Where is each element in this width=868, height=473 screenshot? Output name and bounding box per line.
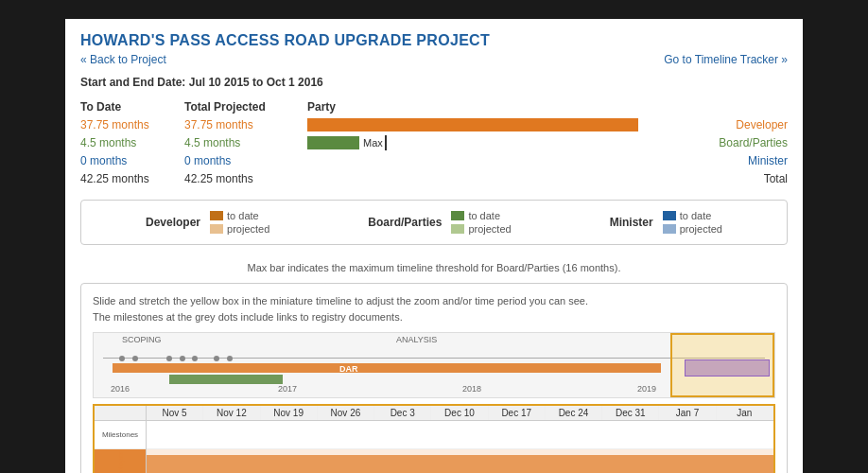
- summary-header: To Date Total Projected Party: [80, 100, 788, 114]
- date-jan7: Jan 7: [659, 406, 716, 420]
- milestone-content-row: [147, 421, 773, 449]
- dot4[interactable]: [180, 356, 185, 361]
- developer-detail-bar: [147, 455, 773, 473]
- legend-developer-todate: to date: [210, 210, 269, 221]
- project-title: HOWARD'S PASS ACCESS ROAD UPGRADE PROJEC…: [80, 32, 788, 49]
- legend-board-name: Board/Parties: [368, 216, 442, 229]
- legend-developer: Developer to date projected: [146, 210, 269, 235]
- legend-minister-projected: projected: [663, 223, 722, 235]
- instruction-line1: Slide and stretch the yellow box in the …: [93, 295, 588, 307]
- dots-group2: [165, 350, 200, 364]
- page-wrapper: HOWARD'S PASS ACCESS ROAD UPGRADE PROJEC…: [0, 0, 868, 473]
- legend-developer-items: to date projected: [210, 210, 269, 235]
- milestones-row-label: Milestones: [102, 430, 138, 439]
- analysis-label: ANALYSIS: [396, 335, 437, 344]
- dot2[interactable]: [132, 356, 138, 361]
- timeline-line: [103, 358, 765, 359]
- summary-row-board: 4.5 months 4.5 months Max Board/Parties: [80, 135, 788, 150]
- date-columns: Nov 5 Nov 12 Nov 19 Nov 26 Dec 3 Dec 10 …: [147, 406, 773, 420]
- legend-wrapper: Developer to date projected: [80, 200, 788, 273]
- todate-board: 4.5 months: [80, 136, 184, 149]
- dot3[interactable]: [166, 356, 172, 361]
- summary-row-minister: 0 months 0 months Minister: [80, 153, 788, 168]
- date-jan: Jan: [717, 406, 773, 420]
- bar-board: Max: [307, 135, 684, 150]
- year-2019: 2019: [637, 384, 656, 394]
- projected-board: 4.5 months: [184, 136, 307, 149]
- header-todate: To Date: [80, 100, 184, 114]
- header-section: HOWARD'S PASS ACCESS ROAD UPGRADE PROJEC…: [65, 19, 803, 473]
- row-label-header: [95, 406, 147, 420]
- legend-board-items: to date projected: [451, 210, 511, 235]
- bar-developer: [307, 117, 684, 132]
- year-2016: 2016: [111, 384, 130, 394]
- developer-bar: [307, 118, 638, 131]
- date-label: Start and End Date:: [80, 76, 185, 89]
- party-developer: Developer: [684, 118, 788, 131]
- developer-todate-swatch: [210, 211, 223, 220]
- dots-group3: [212, 350, 234, 364]
- back-to-project-link[interactable]: « Back to Project: [80, 53, 166, 66]
- bar-minister: [307, 153, 684, 168]
- legend-board-todate-label: to date: [468, 210, 500, 221]
- date-dec17: Dec 17: [489, 406, 546, 420]
- date-nov5: Nov 5: [147, 406, 203, 420]
- projected-minister: 0 months: [184, 154, 307, 167]
- dot7[interactable]: [227, 356, 233, 361]
- dot1[interactable]: [119, 356, 125, 361]
- dot5[interactable]: [192, 356, 198, 361]
- legend-developer-todate-label: to date: [227, 210, 259, 221]
- board-bar: [307, 136, 359, 149]
- mini-timeline[interactable]: SCOPING ANALYSIS: [93, 332, 775, 398]
- milestones-label-cell: Milestones: [95, 421, 146, 449]
- max-tick: [385, 135, 387, 150]
- summary-row-total: 42.25 months 42.25 months Total: [80, 171, 788, 186]
- instruction-line2: The milestones at the grey dots include …: [93, 311, 403, 323]
- legend-minister-name: Minister: [610, 216, 653, 229]
- date-dec3: Dec 3: [374, 406, 431, 420]
- board-todate-swatch: [451, 211, 464, 220]
- legend-minister-items: to date projected: [663, 210, 722, 235]
- developer-proj-swatch: [210, 224, 223, 234]
- scoping-label: SCOPING: [122, 335, 162, 344]
- legend-box: Developer to date projected: [80, 200, 788, 245]
- detail-timeline: Nov 5 Nov 12 Nov 19 Nov 26 Dec 3 Dec 10 …: [93, 404, 775, 473]
- dot6[interactable]: [214, 356, 219, 361]
- todate-minister: 0 months: [80, 154, 184, 167]
- developer-content-row: [147, 449, 773, 473]
- projected-total: 42.25 months: [184, 172, 307, 185]
- minister-proj-swatch: [663, 224, 676, 234]
- party-board: Board/Parties: [684, 136, 788, 149]
- timeline-tracker-link[interactable]: Go to Timeline Tracker »: [664, 53, 788, 66]
- selection-highlight: [685, 359, 770, 377]
- date-value: Jul 10 2015 to Oct 1 2016: [189, 76, 323, 89]
- todate-total: 42.25 months: [80, 172, 184, 185]
- legend-board: Board/Parties to date projected: [368, 210, 511, 235]
- row-labels-col: Milestones Developer: [95, 421, 147, 473]
- mini-board-bar: [169, 375, 283, 384]
- legend-minister: Minister to date projected: [610, 210, 722, 235]
- summary-row-developer: 37.75 months 37.75 months Developer: [80, 117, 788, 132]
- date-dec31: Dec 31: [602, 406, 659, 420]
- max-label: Max: [363, 137, 383, 149]
- year-2018: 2018: [462, 384, 481, 394]
- date-dec10: Dec 10: [431, 406, 488, 420]
- summary-table: To Date Total Projected Party 37.75 mont…: [80, 100, 788, 186]
- legend-board-todate: to date: [451, 210, 511, 221]
- date-nov19: Nov 19: [261, 406, 318, 420]
- date-nov26: Nov 26: [318, 406, 374, 420]
- board-proj-swatch: [451, 224, 464, 234]
- year-2017: 2017: [278, 384, 297, 394]
- dots-group1: [117, 350, 140, 364]
- timeline-instruction: Slide and stretch the yellow box in the …: [93, 293, 775, 324]
- detail-rows: Milestones Developer: [95, 421, 773, 473]
- todate-developer: 37.75 months: [80, 118, 184, 131]
- mini-dev-bar: [113, 363, 661, 373]
- main-container: HOWARD'S PASS ACCESS ROAD UPGRADE PROJEC…: [65, 19, 803, 473]
- bar-total: [307, 171, 684, 186]
- date-info: Start and End Date: Jul 10 2015 to Oct 1…: [80, 76, 788, 89]
- legend-developer-projected: projected: [210, 223, 269, 235]
- legend-developer-name: Developer: [146, 216, 200, 229]
- legend-board-proj-label: projected: [468, 223, 511, 235]
- legend-minister-todate: to date: [663, 210, 722, 221]
